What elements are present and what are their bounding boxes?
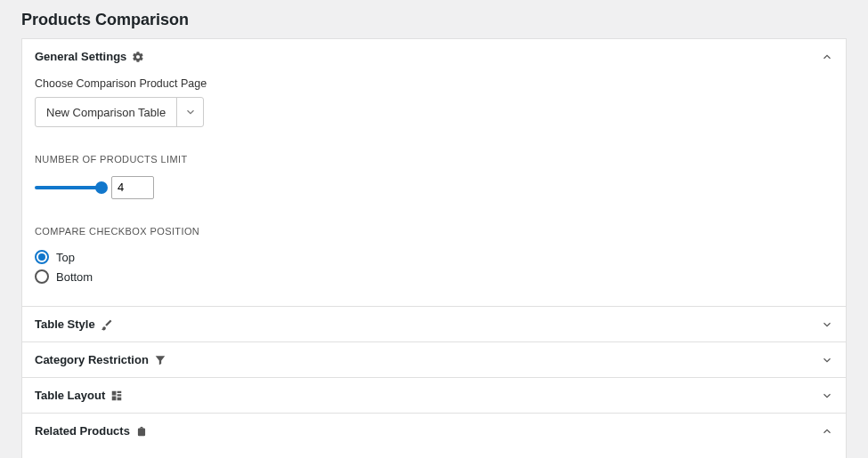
chevron-down-icon	[176, 98, 203, 126]
radio-label: Top	[56, 251, 75, 264]
section-title-wrap: Category Restriction	[35, 353, 166, 366]
chevron-up-icon	[821, 425, 833, 438]
checkbox-position-label: COMPARE CHECKBOX POSITION	[35, 224, 833, 239]
section-title: Related Products	[35, 424, 130, 438]
chevron-down-icon	[821, 354, 833, 366]
section-title-wrap: Table Style	[35, 317, 113, 331]
section-general: General Settings Choose Comparison Produ…	[22, 39, 846, 306]
radio-icon	[35, 250, 49, 264]
products-limit-control	[35, 176, 833, 199]
enable-related-toggle-row: Enable Related Products	[35, 452, 833, 458]
bag-icon	[135, 425, 148, 438]
section-header-related-products[interactable]: Related Products	[22, 414, 846, 448]
products-limit-input[interactable]	[111, 176, 154, 199]
section-title-wrap: Related Products	[35, 424, 148, 438]
select-value: New Comparison Table	[36, 106, 176, 119]
comparison-page-select[interactable]: New Comparison Table	[35, 97, 204, 127]
products-limit-slider[interactable]	[35, 186, 102, 189]
layout-icon	[110, 390, 123, 402]
chevron-up-icon	[821, 51, 833, 63]
section-title: Table Layout	[35, 389, 105, 402]
section-header-table-style[interactable]: Table Style	[22, 307, 846, 341]
section-title: General Settings	[35, 50, 126, 63]
section-header-category-restriction[interactable]: Category Restriction	[22, 342, 846, 377]
section-related-products: Related Products Enable Related Products	[22, 413, 846, 458]
filter-icon	[154, 354, 166, 366]
chevron-down-icon	[821, 318, 833, 331]
slider-thumb[interactable]	[95, 181, 108, 194]
radio-option-top[interactable]: Top	[35, 247, 833, 267]
products-limit-label: NUMBER OF PRODUCTS LIMIT	[35, 152, 833, 167]
radio-option-bottom[interactable]: Bottom	[35, 267, 833, 286]
gear-icon	[132, 51, 144, 63]
section-title: Table Style	[35, 317, 95, 331]
section-body-related: Enable Related Products	[22, 448, 846, 458]
page-title: Products Comparison	[0, 0, 868, 38]
brush-icon	[101, 318, 113, 331]
section-table-layout: Table Layout	[22, 377, 846, 413]
section-title-wrap: Table Layout	[35, 389, 123, 402]
section-category-restriction: Category Restriction	[22, 341, 846, 377]
chevron-down-icon	[821, 390, 833, 402]
choose-page-label: Choose Comparison Product Page	[35, 77, 833, 90]
section-table-style: Table Style	[22, 306, 846, 341]
section-title: Category Restriction	[35, 353, 149, 366]
section-body-general: Choose Comparison Product Page New Compa…	[22, 74, 846, 306]
radio-icon	[35, 269, 49, 284]
checkbox-position-radio-group: Top Bottom	[35, 247, 833, 286]
section-title-wrap: General Settings	[35, 50, 144, 63]
section-header-table-layout[interactable]: Table Layout	[22, 378, 846, 413]
settings-panel: General Settings Choose Comparison Produ…	[21, 38, 847, 458]
section-header-general[interactable]: General Settings	[22, 39, 846, 74]
radio-label: Bottom	[56, 270, 93, 284]
